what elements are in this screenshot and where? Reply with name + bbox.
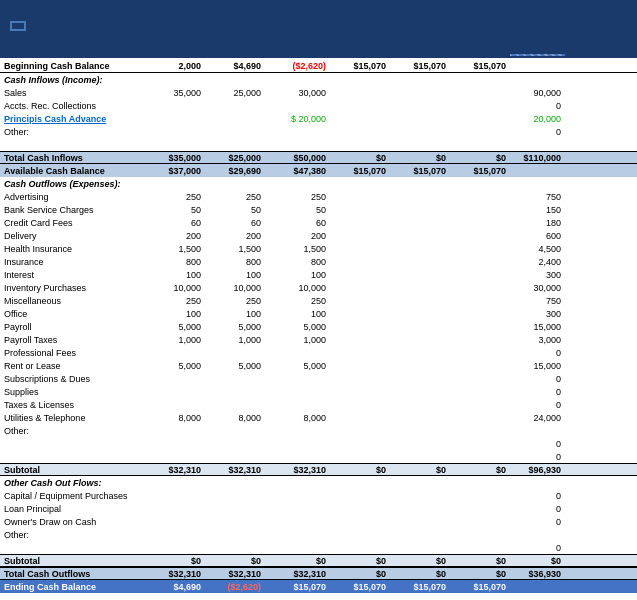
table-row: Subscriptions & Dues0 — [0, 372, 637, 385]
cell-oct: $29,690 — [205, 166, 265, 176]
app-container: Beginning Cash Balance2,000$4,690($2,620… — [0, 0, 637, 593]
col-jan — [390, 54, 450, 56]
table-row: Total Cash Outflows$32,310$32,310$32,310… — [0, 567, 637, 580]
table-row: Other:0 — [0, 125, 637, 138]
cell-label: Subtotal — [0, 465, 145, 475]
cell-sep: 1,500 — [145, 244, 205, 254]
table-row: Ending Cash Balance$4,690($2,620)$15,070… — [0, 580, 637, 593]
cell-oct: 250 — [205, 296, 265, 306]
table-row: 0 — [0, 437, 637, 450]
cell-sep: 100 — [145, 270, 205, 280]
cell-label: Taxes & Licenses — [0, 400, 145, 410]
cell-total: 4,500 — [510, 244, 565, 254]
cell-oct: 8,000 — [205, 413, 265, 423]
cell-label: Subtotal — [0, 556, 145, 566]
cell-label: Rent or Lease — [0, 361, 145, 371]
cell-sep: 250 — [145, 296, 205, 306]
cell-nov: 250 — [265, 296, 330, 306]
cell-nov: 30,000 — [265, 88, 330, 98]
cell-total: 2,400 — [510, 257, 565, 267]
cell-oct: $0 — [205, 556, 265, 566]
cell-total: $0 — [510, 556, 565, 566]
cell-nov: 200 — [265, 231, 330, 241]
table-row: Inventory Purchases10,00010,00010,00030,… — [0, 281, 637, 294]
cell-total: 0 — [510, 387, 565, 397]
cell-oct: 800 — [205, 257, 265, 267]
cell-dec: $15,070 — [330, 166, 390, 176]
cell-feb: $0 — [450, 465, 510, 475]
cell-label: Cash Outflows (Expenses): — [0, 179, 145, 189]
cell-jan: $0 — [390, 465, 450, 475]
cell-sep: 5,000 — [145, 322, 205, 332]
cell-nov: 250 — [265, 192, 330, 202]
cell-jan: $0 — [390, 556, 450, 566]
cell-label: Total Cash Inflows — [0, 153, 145, 163]
cell-nov: 1,500 — [265, 244, 330, 254]
cell-total: 0 — [510, 517, 565, 527]
table-row: Cash Inflows (Income): — [0, 73, 637, 86]
cell-total: 300 — [510, 309, 565, 319]
cell-sep: 60 — [145, 218, 205, 228]
cell-feb: $0 — [450, 569, 510, 579]
cell-oct: 5,000 — [205, 322, 265, 332]
table-row: Cash Outflows (Expenses): — [0, 177, 637, 190]
cell-total: 0 — [510, 543, 565, 553]
table-row: Other: — [0, 528, 637, 541]
cell-oct: 100 — [205, 270, 265, 280]
cell-total: 0 — [510, 452, 565, 462]
cell-sep: 50 — [145, 205, 205, 215]
cell-nov: $32,310 — [265, 569, 330, 579]
cell-jan: $15,070 — [390, 61, 450, 71]
cell-label: Interest — [0, 270, 145, 280]
table-row: Bank Service Charges505050150 — [0, 203, 637, 216]
cell-nov: 100 — [265, 270, 330, 280]
table-row: Taxes & Licenses0 — [0, 398, 637, 411]
cell-oct: 60 — [205, 218, 265, 228]
cell-oct: 10,000 — [205, 283, 265, 293]
table-row: Insurance8008008002,400 — [0, 255, 637, 268]
cell-oct: $32,310 — [205, 569, 265, 579]
cell-total: 20,000 — [510, 114, 565, 124]
cell-sep: 35,000 — [145, 88, 205, 98]
cell-feb: $15,070 — [450, 582, 510, 592]
cell-nov: $ 20,000 — [265, 114, 330, 124]
cell-total: 180 — [510, 218, 565, 228]
cell-label: Health Insurance — [0, 244, 145, 254]
cell-label: Total Cash Outflows — [0, 569, 145, 579]
cell-label: Payroll — [0, 322, 145, 332]
cell-oct: $25,000 — [205, 153, 265, 163]
cell-nov: 800 — [265, 257, 330, 267]
cell-sep: 2,000 — [145, 61, 205, 71]
table-body: Beginning Cash Balance2,000$4,690($2,620… — [0, 60, 637, 593]
col-sep — [145, 54, 205, 56]
cell-label: Miscellaneous — [0, 296, 145, 306]
table-row: 0 — [0, 450, 637, 463]
cell-total: 600 — [510, 231, 565, 241]
cell-total: 0 — [510, 374, 565, 384]
cell-label: Delivery — [0, 231, 145, 241]
table-row: Rent or Lease5,0005,0005,00015,000 — [0, 359, 637, 372]
cell-sep: $4,690 — [145, 582, 205, 592]
cell-label: Other Cash Out Flows: — [0, 478, 145, 488]
cell-nov: 5,000 — [265, 322, 330, 332]
cell-nov: 60 — [265, 218, 330, 228]
cell-total: 300 — [510, 270, 565, 280]
cell-nov: 50 — [265, 205, 330, 215]
cell-total: 0 — [510, 491, 565, 501]
cell-jan: $0 — [390, 153, 450, 163]
cell-label: Inventory Purchases — [0, 283, 145, 293]
cell-total: 3,000 — [510, 335, 565, 345]
table-row: Loan Principal0 — [0, 502, 637, 515]
cell-oct: 25,000 — [205, 88, 265, 98]
table-row: Miscellaneous250250250750 — [0, 294, 637, 307]
table-row: Total Cash Inflows$35,000$25,000$50,000$… — [0, 151, 637, 164]
cell-label: Accts. Rec. Collections — [0, 101, 145, 111]
cell-label: Supplies — [0, 387, 145, 397]
cell-sep: $32,310 — [145, 569, 205, 579]
col-feb — [450, 54, 510, 56]
cell-label: Loan Principal — [0, 504, 145, 514]
cell-feb: $0 — [450, 153, 510, 163]
cell-label: Credit Card Fees — [0, 218, 145, 228]
table-row: Principis Cash Advance$ 20,00020,000 — [0, 112, 637, 125]
cell-oct: 1,000 — [205, 335, 265, 345]
